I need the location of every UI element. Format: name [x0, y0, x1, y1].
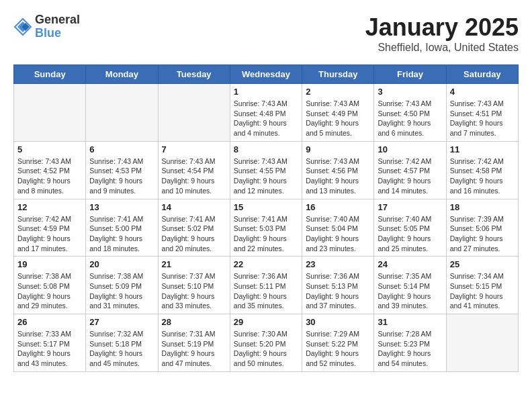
day-number: 14 — [162, 202, 226, 212]
day-cell: 7Sunrise: 7:43 AM Sunset: 4:54 PM Daylig… — [158, 141, 230, 199]
day-cell: 25Sunrise: 7:34 AM Sunset: 5:15 PM Dayli… — [446, 257, 518, 314]
calendar-table: SundayMondayTuesdayWednesdayThursdayFrid… — [13, 64, 519, 372]
week-row-1: 1Sunrise: 7:43 AM Sunset: 4:48 PM Daylig… — [14, 84, 519, 142]
day-number: 15 — [234, 202, 298, 212]
day-info: Sunrise: 7:43 AM Sunset: 4:51 PM Dayligh… — [450, 99, 515, 138]
day-number: 29 — [234, 317, 298, 327]
day-number: 25 — [450, 259, 515, 269]
calendar-title: January 2025 — [365, 13, 519, 42]
day-cell: 14Sunrise: 7:41 AM Sunset: 5:02 PM Dayli… — [158, 199, 230, 257]
day-info: Sunrise: 7:36 AM Sunset: 5:13 PM Dayligh… — [306, 271, 370, 311]
header-monday: Monday — [86, 65, 158, 84]
calendar-header-row: SundayMondayTuesdayWednesdayThursdayFrid… — [14, 65, 519, 84]
day-cell: 1Sunrise: 7:43 AM Sunset: 4:48 PM Daylig… — [230, 84, 302, 142]
day-cell: 21Sunrise: 7:37 AM Sunset: 5:10 PM Dayli… — [158, 257, 230, 314]
day-cell: 11Sunrise: 7:42 AM Sunset: 4:58 PM Dayli… — [446, 141, 518, 199]
day-cell: 23Sunrise: 7:36 AM Sunset: 5:13 PM Dayli… — [302, 257, 374, 314]
day-number: 4 — [450, 87, 515, 97]
day-info: Sunrise: 7:42 AM Sunset: 4:57 PM Dayligh… — [378, 156, 442, 196]
day-info: Sunrise: 7:43 AM Sunset: 4:50 PM Dayligh… — [378, 99, 442, 138]
day-number: 2 — [306, 87, 370, 97]
day-cell — [158, 84, 230, 142]
header-sunday: Sunday — [14, 65, 86, 84]
day-cell: 16Sunrise: 7:40 AM Sunset: 5:04 PM Dayli… — [302, 199, 374, 257]
title-block: January 2025 Sheffield, Iowa, United Sta… — [365, 13, 519, 54]
day-cell: 8Sunrise: 7:43 AM Sunset: 4:55 PM Daylig… — [230, 141, 302, 199]
day-info: Sunrise: 7:42 AM Sunset: 4:58 PM Dayligh… — [450, 156, 515, 196]
day-info: Sunrise: 7:38 AM Sunset: 5:08 PM Dayligh… — [17, 271, 82, 311]
day-cell: 6Sunrise: 7:43 AM Sunset: 4:53 PM Daylig… — [86, 141, 158, 199]
header-thursday: Thursday — [302, 65, 374, 84]
day-cell: 5Sunrise: 7:43 AM Sunset: 4:52 PM Daylig… — [14, 141, 86, 199]
day-info: Sunrise: 7:42 AM Sunset: 4:59 PM Dayligh… — [17, 214, 82, 254]
day-info: Sunrise: 7:43 AM Sunset: 4:52 PM Dayligh… — [17, 156, 82, 196]
day-number: 12 — [17, 202, 82, 212]
day-number: 8 — [234, 144, 298, 154]
day-cell: 17Sunrise: 7:40 AM Sunset: 5:05 PM Dayli… — [374, 199, 446, 257]
day-number: 19 — [17, 259, 82, 269]
day-cell: 10Sunrise: 7:42 AM Sunset: 4:57 PM Dayli… — [374, 141, 446, 199]
day-info: Sunrise: 7:38 AM Sunset: 5:09 PM Dayligh… — [89, 271, 154, 311]
day-cell: 30Sunrise: 7:29 AM Sunset: 5:22 PM Dayli… — [302, 314, 374, 372]
day-info: Sunrise: 7:29 AM Sunset: 5:22 PM Dayligh… — [306, 329, 370, 369]
day-number: 21 — [162, 259, 226, 269]
day-number: 31 — [378, 317, 442, 327]
day-number: 7 — [162, 144, 226, 154]
day-cell: 9Sunrise: 7:43 AM Sunset: 4:56 PM Daylig… — [302, 141, 374, 199]
day-number: 17 — [378, 202, 442, 212]
day-number: 24 — [378, 259, 442, 269]
day-number: 6 — [89, 144, 154, 154]
header-friday: Friday — [374, 65, 446, 84]
week-row-5: 26Sunrise: 7:33 AM Sunset: 5:17 PM Dayli… — [14, 314, 519, 372]
day-cell: 4Sunrise: 7:43 AM Sunset: 4:51 PM Daylig… — [446, 84, 518, 142]
day-cell: 18Sunrise: 7:39 AM Sunset: 5:06 PM Dayli… — [446, 199, 518, 257]
day-number: 3 — [378, 87, 442, 97]
day-info: Sunrise: 7:40 AM Sunset: 5:04 PM Dayligh… — [306, 214, 370, 254]
day-info: Sunrise: 7:41 AM Sunset: 5:02 PM Dayligh… — [162, 214, 226, 254]
day-cell: 29Sunrise: 7:30 AM Sunset: 5:20 PM Dayli… — [230, 314, 302, 372]
day-info: Sunrise: 7:28 AM Sunset: 5:23 PM Dayligh… — [378, 329, 442, 369]
day-info: Sunrise: 7:43 AM Sunset: 4:48 PM Dayligh… — [234, 99, 298, 138]
day-number: 22 — [234, 259, 298, 269]
header-saturday: Saturday — [446, 65, 518, 84]
day-number: 27 — [89, 317, 154, 327]
logo: General Blue — [13, 13, 80, 40]
day-cell — [86, 84, 158, 142]
logo-text: General Blue — [35, 13, 80, 40]
logo-general: General — [35, 13, 80, 27]
day-number: 28 — [162, 317, 226, 327]
day-cell: 3Sunrise: 7:43 AM Sunset: 4:50 PM Daylig… — [374, 84, 446, 142]
day-cell: 20Sunrise: 7:38 AM Sunset: 5:09 PM Dayli… — [86, 257, 158, 314]
day-cell: 28Sunrise: 7:31 AM Sunset: 5:19 PM Dayli… — [158, 314, 230, 372]
day-number: 30 — [306, 317, 370, 327]
day-cell: 22Sunrise: 7:36 AM Sunset: 5:11 PM Dayli… — [230, 257, 302, 314]
week-row-4: 19Sunrise: 7:38 AM Sunset: 5:08 PM Dayli… — [14, 257, 519, 314]
page-header: General Blue January 2025 Sheffield, Iow… — [13, 13, 519, 54]
day-info: Sunrise: 7:41 AM Sunset: 5:00 PM Dayligh… — [89, 214, 154, 254]
day-info: Sunrise: 7:43 AM Sunset: 4:53 PM Dayligh… — [89, 156, 154, 196]
day-info: Sunrise: 7:31 AM Sunset: 5:19 PM Dayligh… — [162, 329, 226, 369]
day-info: Sunrise: 7:43 AM Sunset: 4:49 PM Dayligh… — [306, 99, 370, 138]
day-cell: 31Sunrise: 7:28 AM Sunset: 5:23 PM Dayli… — [374, 314, 446, 372]
day-cell: 15Sunrise: 7:41 AM Sunset: 5:03 PM Dayli… — [230, 199, 302, 257]
day-info: Sunrise: 7:40 AM Sunset: 5:05 PM Dayligh… — [378, 214, 442, 254]
day-number: 9 — [306, 144, 370, 154]
logo-blue: Blue — [35, 27, 80, 40]
day-number: 5 — [17, 144, 82, 154]
day-cell — [446, 314, 518, 372]
calendar-subtitle: Sheffield, Iowa, United States — [365, 42, 519, 54]
day-info: Sunrise: 7:43 AM Sunset: 4:54 PM Dayligh… — [162, 156, 226, 196]
day-cell — [14, 84, 86, 142]
day-info: Sunrise: 7:37 AM Sunset: 5:10 PM Dayligh… — [162, 271, 226, 311]
week-row-3: 12Sunrise: 7:42 AM Sunset: 4:59 PM Dayli… — [14, 199, 519, 257]
day-number: 23 — [306, 259, 370, 269]
day-info: Sunrise: 7:30 AM Sunset: 5:20 PM Dayligh… — [234, 329, 298, 369]
header-tuesday: Tuesday — [158, 65, 230, 84]
day-info: Sunrise: 7:43 AM Sunset: 4:55 PM Dayligh… — [234, 156, 298, 196]
day-cell: 24Sunrise: 7:35 AM Sunset: 5:14 PM Dayli… — [374, 257, 446, 314]
day-info: Sunrise: 7:35 AM Sunset: 5:14 PM Dayligh… — [378, 271, 442, 311]
day-cell: 26Sunrise: 7:33 AM Sunset: 5:17 PM Dayli… — [14, 314, 86, 372]
day-number: 16 — [306, 202, 370, 212]
day-info: Sunrise: 7:32 AM Sunset: 5:18 PM Dayligh… — [89, 329, 154, 369]
day-cell: 27Sunrise: 7:32 AM Sunset: 5:18 PM Dayli… — [86, 314, 158, 372]
